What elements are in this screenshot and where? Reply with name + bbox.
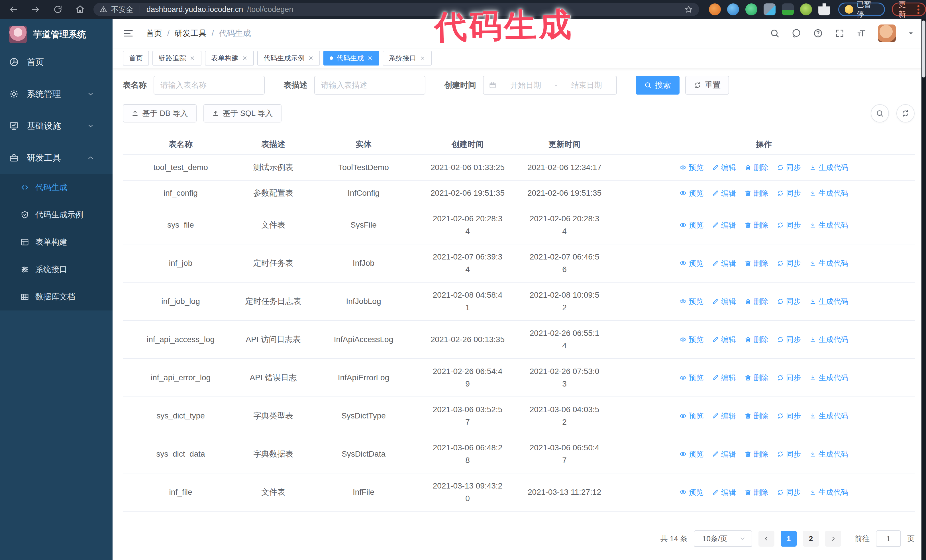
import-sql-button[interactable]: 基于 SQL 导入 [203, 104, 281, 122]
delete-action[interactable]: 删除 [744, 333, 769, 346]
extension-icon[interactable] [745, 3, 757, 15]
preview-action[interactable]: 预览 [679, 187, 704, 199]
delete-action[interactable]: 删除 [744, 371, 769, 384]
submenu-item-4[interactable]: 系统接口 [0, 256, 112, 283]
preview-action[interactable]: 预览 [679, 486, 704, 498]
sync-action[interactable]: 同步 [777, 486, 801, 498]
hamburger-icon[interactable] [123, 28, 134, 39]
toggle-search-button[interactable] [871, 104, 889, 122]
submenu-item-1[interactable]: 代码生成 [0, 174, 112, 201]
tab-表单构建[interactable]: 表单构建 [205, 51, 254, 65]
extension-icon[interactable] [764, 3, 776, 15]
generate-code-action[interactable]: 生成代码 [809, 219, 848, 231]
refresh-table-button[interactable] [896, 104, 915, 122]
tab-代码生成示例[interactable]: 代码生成示例 [257, 51, 320, 65]
page-number-2[interactable]: 2 [803, 531, 819, 546]
edit-action[interactable]: 编辑 [712, 448, 736, 460]
tab-首页[interactable]: 首页 [123, 51, 149, 65]
table-desc-input[interactable] [314, 76, 425, 95]
browser-update-button[interactable]: 更新 [892, 3, 926, 16]
tab-close-icon[interactable] [189, 55, 195, 61]
next-page-button[interactable] [825, 531, 841, 546]
generate-code-action[interactable]: 生成代码 [809, 371, 848, 384]
submenu-item-5[interactable]: 数据库文档 [0, 283, 112, 311]
delete-action[interactable]: 删除 [744, 410, 769, 422]
generate-code-action[interactable]: 生成代码 [809, 333, 848, 346]
address-bar[interactable]: 不安全 dashboard.yudao.iocoder.cn/tool/code… [94, 3, 699, 16]
extension-icon[interactable] [709, 3, 721, 15]
delete-action[interactable]: 删除 [744, 486, 769, 498]
font-size-icon[interactable] [856, 29, 866, 38]
sync-action[interactable]: 同步 [777, 219, 801, 231]
edit-action[interactable]: 编辑 [712, 295, 736, 308]
sync-action[interactable]: 同步 [777, 371, 801, 384]
edit-action[interactable]: 编辑 [712, 371, 736, 384]
browser-home-button[interactable] [75, 5, 85, 14]
generate-code-action[interactable]: 生成代码 [809, 448, 848, 460]
sync-action[interactable]: 同步 [777, 448, 801, 460]
goto-page-input[interactable] [876, 530, 901, 547]
browser-menu-icon[interactable] [917, 5, 920, 14]
submenu-item-2[interactable]: 代码生成示例 [0, 201, 112, 228]
edit-action[interactable]: 编辑 [712, 486, 736, 498]
tab-系统接口[interactable]: 系统接口 [383, 51, 432, 65]
date-range-picker[interactable]: 开始日期 - 结束日期 [483, 76, 617, 95]
edit-action[interactable]: 编辑 [712, 257, 736, 269]
preview-action[interactable]: 预览 [679, 161, 704, 174]
extension-icon[interactable] [727, 3, 739, 15]
generate-code-action[interactable]: 生成代码 [809, 187, 848, 199]
generate-code-action[interactable]: 生成代码 [809, 161, 848, 174]
page-number-1[interactable]: 1 [781, 531, 797, 546]
sidebar-item-1[interactable]: 首页 [0, 46, 112, 78]
scrollbar-thumb[interactable] [922, 21, 925, 77]
delete-action[interactable]: 删除 [744, 219, 769, 231]
github-icon[interactable] [791, 29, 801, 38]
preview-action[interactable]: 预览 [679, 410, 704, 422]
sync-action[interactable]: 同步 [777, 161, 801, 174]
page-scrollbar[interactable] [921, 19, 926, 560]
tab-代码生成[interactable]: 代码生成 [324, 51, 379, 65]
tab-close-icon[interactable] [420, 55, 425, 61]
generate-code-action[interactable]: 生成代码 [809, 295, 848, 308]
edit-action[interactable]: 编辑 [712, 219, 736, 231]
tab-close-icon[interactable] [308, 55, 314, 61]
preview-action[interactable]: 预览 [679, 333, 704, 346]
reset-button[interactable]: 重置 [685, 76, 729, 95]
delete-action[interactable]: 删除 [744, 448, 769, 460]
edit-action[interactable]: 编辑 [712, 333, 736, 346]
table-name-input[interactable] [154, 76, 265, 95]
delete-action[interactable]: 删除 [744, 187, 769, 199]
user-avatar[interactable] [878, 24, 896, 42]
browser-back-button[interactable] [9, 5, 18, 14]
breadcrumb-item[interactable]: 研发工具 [175, 28, 207, 39]
import-db-button[interactable]: 基于 DB 导入 [123, 104, 197, 122]
extensions-puzzle-icon[interactable] [818, 3, 830, 15]
edit-action[interactable]: 编辑 [712, 161, 736, 174]
tab-close-icon[interactable] [367, 55, 373, 61]
sidebar-item-3[interactable]: 基础设施 [0, 110, 112, 142]
extension-icon[interactable] [800, 3, 812, 15]
help-icon[interactable] [813, 29, 823, 38]
breadcrumb-item[interactable]: 首页 [146, 28, 162, 39]
edit-action[interactable]: 编辑 [712, 410, 736, 422]
sync-action[interactable]: 同步 [777, 295, 801, 308]
preview-action[interactable]: 预览 [679, 257, 704, 269]
sync-action[interactable]: 同步 [777, 187, 801, 199]
fullscreen-icon[interactable] [835, 29, 844, 38]
generate-code-action[interactable]: 生成代码 [809, 257, 848, 269]
sync-action[interactable]: 同步 [777, 257, 801, 269]
sidebar-item-4[interactable]: 研发工具 [0, 142, 112, 174]
preview-action[interactable]: 预览 [679, 371, 704, 384]
edit-action[interactable]: 编辑 [712, 187, 736, 199]
browser-forward-button[interactable] [31, 5, 41, 14]
browser-reload-button[interactable] [53, 5, 63, 14]
bookmark-star-icon[interactable] [684, 5, 693, 14]
tab-链路追踪[interactable]: 链路追踪 [153, 51, 201, 65]
delete-action[interactable]: 删除 [744, 257, 769, 269]
sync-action[interactable]: 同步 [777, 410, 801, 422]
prev-page-button[interactable] [758, 531, 775, 546]
page-size-select[interactable]: 10条/页 [694, 530, 752, 547]
extension-icon[interactable] [782, 3, 794, 15]
sync-action[interactable]: 同步 [777, 333, 801, 346]
search-button[interactable]: 搜索 [635, 76, 679, 95]
